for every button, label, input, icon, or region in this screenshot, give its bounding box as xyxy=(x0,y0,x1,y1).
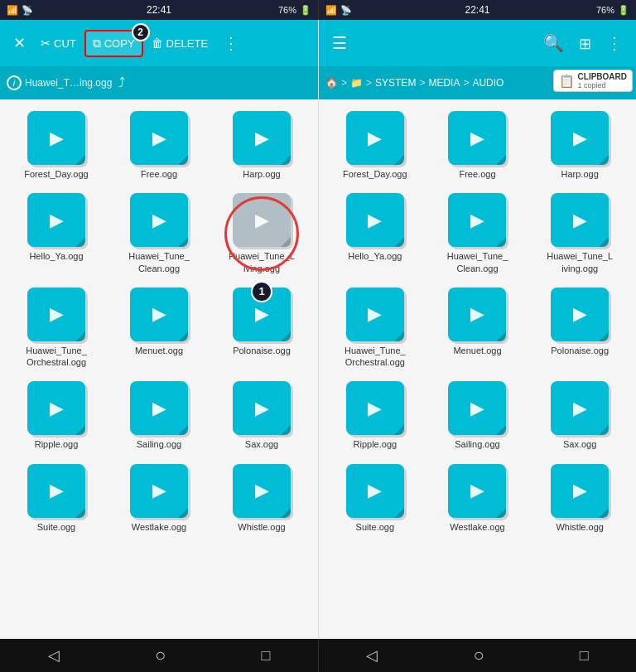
list-item[interactable]: ▶Westlake.ogg xyxy=(109,459,209,538)
list-item[interactable]: ▶Sax.ogg xyxy=(530,376,629,455)
recent-button-left[interactable]: □ xyxy=(254,641,277,671)
list-item[interactable]: ▶Ripple.ogg xyxy=(7,376,106,455)
list-item[interactable]: ▶Whistle.ogg xyxy=(530,459,629,538)
play-icon: ▶ xyxy=(470,128,484,149)
clipboard-count: 1 copied xyxy=(578,81,627,89)
play-icon: ▶ xyxy=(255,210,269,231)
list-item[interactable]: ▶Free.ogg xyxy=(109,106,209,185)
file-icon: ▶ xyxy=(448,193,506,247)
right-toolbar: ☰ 🔍 ⊞ ⋮ xyxy=(319,20,636,66)
right-breadcrumb: 🏠 > 📁 > SYSTEM > MEDIA > AUDIO 📋 CLIPBOA… xyxy=(319,66,636,99)
list-item[interactable]: ▶Menuet.ogg xyxy=(109,283,209,374)
list-item[interactable]: ▶Westlake.ogg xyxy=(428,459,528,538)
grid-icon: ⊞ xyxy=(579,36,591,52)
list-item[interactable]: ▶Harp.ogg xyxy=(530,106,629,185)
file-icon: ▶ xyxy=(448,464,506,518)
sep4: > xyxy=(463,77,469,89)
play-icon: ▶ xyxy=(368,303,382,325)
file-icon: ▶ xyxy=(448,381,506,435)
play-icon: ▶ xyxy=(368,480,382,501)
file-icon: ▶ xyxy=(27,111,85,165)
hamburger-menu-button[interactable]: ☰ xyxy=(325,27,354,60)
list-item[interactable]: ▶Hello_Ya.ogg xyxy=(7,188,106,279)
file-icon: ▶ xyxy=(130,288,188,341)
bottom-nav-left: ◁ ○ □ xyxy=(0,639,318,672)
list-item[interactable]: ▶Sax.ogg xyxy=(212,376,311,455)
play-icon: ▶ xyxy=(368,210,382,231)
file-icon: ▶ xyxy=(551,381,609,435)
step-badge-1: 1 xyxy=(251,281,272,302)
play-icon: ▶ xyxy=(573,128,587,149)
list-item[interactable]: ▶Hello_Ya.ogg xyxy=(325,188,425,279)
list-item[interactable]: ▶Huawei_Tune_Orchestral.ogg xyxy=(7,283,106,374)
list-item[interactable]: ▶Huawei_Tune_Clean.ogg xyxy=(428,188,528,279)
list-item[interactable]: ▶Huawei_Tune_Clean.ogg xyxy=(109,188,209,279)
list-item[interactable]: ▶Whistle.ogg xyxy=(212,459,311,538)
play-icon: ▶ xyxy=(50,398,64,419)
file-icon: ▶ xyxy=(551,288,609,341)
more-options-icon: ⋮ xyxy=(606,34,623,52)
list-item[interactable]: ▶Suite.ogg xyxy=(325,459,425,538)
file-name-label: Whistle.ogg xyxy=(556,521,603,533)
more-button[interactable]: ⋮ xyxy=(216,28,246,58)
play-icon: ▶ xyxy=(573,303,587,325)
close-button[interactable]: ✕ xyxy=(7,29,32,57)
play-icon: ▶ xyxy=(152,128,166,149)
play-icon: ▶ xyxy=(152,303,166,325)
info-icon: i xyxy=(7,75,22,90)
list-item[interactable]: ▶Harp.ogg xyxy=(212,106,311,185)
back-button-right[interactable]: ◁ xyxy=(359,640,384,671)
play-icon: ▶ xyxy=(50,210,64,231)
status-left-icons: 📶📡 xyxy=(7,5,33,16)
list-item[interactable]: ▶Forest_Day.ogg xyxy=(7,106,106,185)
file-icon: ▶ xyxy=(346,193,404,247)
back-button-left[interactable]: ◁ xyxy=(41,640,66,671)
file-name-label: Huawei_Tune_Orchestral.ogg xyxy=(342,345,408,369)
list-item[interactable]: ▶Polonaise.ogg xyxy=(530,283,629,374)
clipboard-title: CLIPBOARD xyxy=(578,72,627,81)
file-name-label: Huawei_Tune_Living.ogg xyxy=(547,250,613,274)
file-icon: ▶ xyxy=(551,111,609,165)
list-item[interactable]: ▶Menuet.ogg xyxy=(428,283,528,374)
media-label: MEDIA xyxy=(428,77,460,89)
home-button-left[interactable]: ○ xyxy=(148,638,172,672)
delete-button[interactable]: 🗑 DELETE xyxy=(145,31,215,55)
file-name-label: Westlake.ogg xyxy=(450,521,504,533)
sep3: > xyxy=(419,77,425,89)
list-item[interactable]: ▶Forest_Day.ogg xyxy=(325,106,425,185)
list-item[interactable]: ▶Sailing.ogg xyxy=(109,376,209,455)
recent-button-right[interactable]: □ xyxy=(573,641,595,671)
list-item[interactable]: ▶Free.ogg xyxy=(428,106,528,185)
left-breadcrumb: i Huawei_T…ing.ogg ⤴ xyxy=(0,66,318,99)
file-icon: ▶ xyxy=(27,464,85,518)
search-button[interactable]: 🔍 xyxy=(537,27,571,60)
list-item[interactable]: ▶Huawei_Tune_Living.ogg xyxy=(530,188,629,279)
play-icon: ▶ xyxy=(255,480,269,501)
list-item[interactable]: ▶Suite.ogg xyxy=(7,459,106,538)
home-button-right[interactable]: ○ xyxy=(466,638,490,672)
file-name-label: Westlake.ogg xyxy=(132,521,186,533)
list-item[interactable]: ▶Huawei_Tune_Orchestral.ogg xyxy=(325,283,425,374)
cut-icon: ✂ xyxy=(41,36,51,50)
list-item[interactable]: ▶Sailing.ogg xyxy=(428,376,528,455)
more-options-button[interactable]: ⋮ xyxy=(600,27,629,60)
list-item[interactable]: ▶1Huawei_Tune_Living.ogg xyxy=(212,188,311,279)
list-item[interactable]: ▶Ripple.ogg xyxy=(325,376,425,455)
file-name-label: Huawei_Tune_Orchestral.ogg xyxy=(23,345,89,369)
audio-label: AUDIO xyxy=(472,77,504,89)
play-icon: ▶ xyxy=(573,398,587,419)
file-name-label: Menuet.ogg xyxy=(135,345,183,356)
left-file-grid: ▶Forest_Day.ogg▶Free.ogg▶Harp.ogg▶Hello_… xyxy=(0,99,318,639)
file-name-label: Whistle.ogg xyxy=(238,521,285,533)
file-icon: ▶ xyxy=(551,464,609,518)
file-icon: ▶ xyxy=(130,111,188,165)
copy-button[interactable]: ⧉ COPY 2 xyxy=(84,30,143,57)
cut-button[interactable]: ✂ CUT xyxy=(34,31,83,55)
menu-icon: ☰ xyxy=(332,34,347,52)
left-panel: ✕ ✂ CUT ⧉ COPY 2 🗑 DELETE ⋮ i xyxy=(0,20,318,639)
grid-view-button[interactable]: ⊞ xyxy=(572,27,598,60)
file-name-label: Forest_Day.ogg xyxy=(24,168,88,180)
file-name-label: Sax.ogg xyxy=(563,438,596,450)
file-name-label: Sailing.ogg xyxy=(455,438,499,450)
file-name-label: Harp.ogg xyxy=(243,168,280,180)
